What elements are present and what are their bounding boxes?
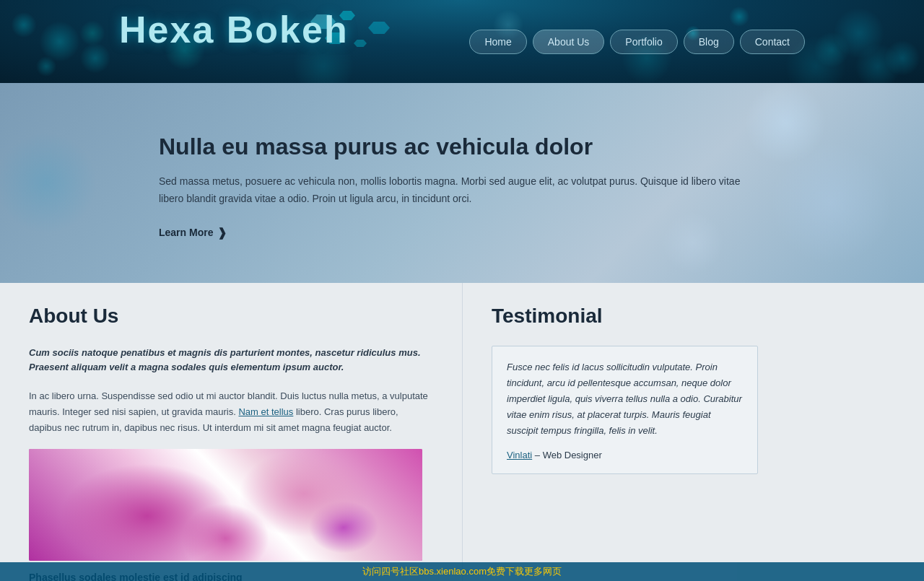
nav-blog[interactable]: Blog <box>684 30 734 54</box>
header: Hexa Bokeh Home About Us Portfolio Blog … <box>0 0 924 83</box>
bg-bokeh-left <box>0 0 119 83</box>
about-image <box>29 449 422 561</box>
nav-about[interactable]: About Us <box>533 30 605 54</box>
hex-deco-5 <box>368 22 390 34</box>
nam-et-tellus-link[interactable]: Nam et tellus <box>238 406 293 417</box>
nav-portfolio[interactable]: Portfolio <box>610 30 677 54</box>
testimonial-section: Testimonial Fusce nec felis id lacus sol… <box>462 283 787 581</box>
hex-deco-4 <box>354 40 367 47</box>
testimonial-quote: Fusce nec felis id lacus sollicitudin vu… <box>507 359 743 439</box>
logo-area: Hexa Bokeh <box>119 11 349 48</box>
nav-home[interactable]: Home <box>469 30 526 54</box>
logo-title: Hexa Bokeh <box>119 11 349 48</box>
about-section: About Us Cum sociis natoque penatibus et… <box>0 283 462 581</box>
hero-inner: Nulla eu massa purus ac vehicula dolor S… <box>137 112 787 254</box>
chevron-right-icon: ❱ <box>217 226 227 240</box>
hero-body: Sed massa metus, posuere ac vehicula non… <box>159 173 751 208</box>
about-body: In ac libero urna. Suspendisse sed odio … <box>29 388 433 436</box>
about-heading: About Us <box>29 305 433 328</box>
learn-more-button[interactable]: Learn More ❱ <box>159 226 227 240</box>
hero-heading: Nulla eu massa purus ac vehicula dolor <box>159 134 765 160</box>
nav-contact[interactable]: Contact <box>740 30 805 54</box>
nav-bar: Home About Us Portfolio Blog Contact <box>469 30 805 54</box>
main-content: About Us Cum sociis natoque penatibus et… <box>0 283 924 581</box>
footer-watermark: 访问四号社区bbs.xienlao.com免费下载更多网页 <box>0 562 924 581</box>
testimonial-attribution: Vinlati – Web Designer <box>507 450 743 460</box>
testimonial-heading: Testimonial <box>492 305 758 328</box>
author-link[interactable]: Vinlati <box>507 450 532 460</box>
testimonial-box: Fusce nec felis id lacus sollicitudin vu… <box>492 346 758 474</box>
about-intro: Cum sociis natoque penatibus et magnis d… <box>29 346 433 376</box>
learn-more-label: Learn More <box>159 227 213 238</box>
hero-section: Nulla eu massa purus ac vehicula dolor S… <box>0 83 924 283</box>
watermark-text: 访问四号社区bbs.xienlao.com免费下载更多网页 <box>362 566 562 577</box>
